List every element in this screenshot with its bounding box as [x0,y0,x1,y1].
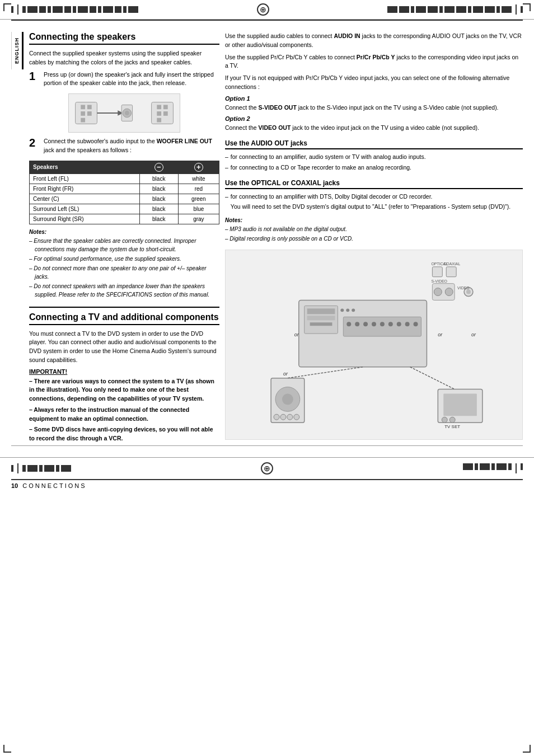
table-cell-minus: black [139,184,178,194]
option2-text: Connect the [225,124,257,131]
table-row: Front Left (FL) black white [30,173,219,184]
svg-rect-20 [307,316,335,320]
connections-label: Connections [22,482,86,489]
section2-intro: You must connect a TV to the DVD system … [29,330,219,365]
compass-icon-bottom: ⊕ [261,462,273,475]
table-cell-minus: black [139,214,178,224]
note2-item: – Digital recording is only possible on … [225,234,523,243]
svg-rect-40 [443,393,477,416]
audio-in-text1: Use the supplied audio cables to connect [225,32,332,39]
step-2-intro: Connect the subwoofer's audio input to t… [44,138,155,144]
table-header-speakers: Speakers [30,161,140,173]
table-row: Surround Right (SR) black gray [30,214,219,224]
svg-point-49 [287,414,293,420]
table-header-plus: + [178,161,219,173]
svg-rect-0 [76,102,97,124]
left-column: Connecting the speakers Connect the supp… [29,21,219,445]
svg-rect-5 [87,111,92,116]
svg-point-42 [449,417,455,422]
optical-coaxial-title: Use the OPTICAL or COAXIAL jacks [225,179,523,189]
svg-rect-59 [432,267,442,277]
svg-text:or: or [438,332,443,337]
svg-rect-25 [343,317,421,336]
prcrpbcby-bold: Pr/Cr Pb/Cb Y [357,54,395,60]
if-no-prcrpbcby: If your TV is not equipped with Pr/Cr Pb… [225,74,523,92]
svg-point-47 [274,414,279,420]
svg-rect-15 [163,105,168,109]
svg-rect-19 [307,308,335,314]
svg-text:or: or [283,371,288,377]
optical-coaxial-item: –for connecting to an amplifier with DTS… [225,192,523,201]
optical-coaxial-item: You will need to set the DVD system's di… [225,203,523,212]
footer-center: ⊕ [71,462,463,475]
notes-list: – Ensure that the speaker cables are cor… [29,237,219,299]
note-item: – For optimal sound performance, use the… [29,255,219,263]
svg-rect-16 [163,111,168,116]
important-items: – There are various ways to connect the … [29,377,219,443]
corner-bottom-right [523,745,531,753]
step-2-text: Connect the subwoofer's audio input to t… [44,137,219,155]
opt-text: for connecting to an amplifier with DTS,… [231,192,433,201]
svg-point-33 [405,322,410,326]
top-bar-right-blocks [387,4,523,15]
svg-text:COAXIAL: COAXIAL [443,262,460,266]
svg-rect-14 [157,118,161,123]
dash-icon [225,203,228,212]
table-cell-speaker: Surround Left (SL) [30,204,140,214]
svg-rect-60 [446,267,456,277]
table-cell-speaker: Front Right (FR) [30,184,140,194]
note-item: – Do not connect more than one speaker t… [29,264,219,281]
notes-title-1: Notes: [29,229,219,235]
important-item: – Always refer to the instruction manual… [29,406,219,424]
step-2: 2 Connect the subwoofer's audio input to… [29,137,219,155]
table-cell-plus: green [178,194,219,204]
section-divider-2 [29,307,219,308]
svg-point-55 [434,288,442,296]
svg-point-48 [280,414,286,420]
option2-para: Connect the VIDEO OUT jack to the video … [225,124,523,133]
dash-icon: – [225,163,228,172]
svg-point-41 [442,417,447,422]
table-cell-plus: blue [178,204,219,214]
table-row: Front Right (FR) black red [30,184,219,194]
audio-out-text: for connecting to a CD or Tape recorder … [231,163,411,172]
audio-out-item: –for connecting to an amplifier, audio s… [225,153,523,162]
svg-text:or: or [294,332,299,337]
option1-text: Connect the [225,104,257,111]
important-item: – Some DVD discs have anti-copying devic… [29,425,219,443]
svg-rect-13 [157,111,161,116]
audio-in-bold: AUDIO IN [334,32,360,39]
top-bar-left-blocks [11,4,138,15]
page-number: 10 [11,482,18,489]
table-row: Center (C) black green [30,194,219,204]
svg-rect-12 [157,105,161,109]
svg-rect-22 [340,308,344,312]
option2-rest: jack to the video input jack on the TV u… [292,124,479,131]
option1-para: Connect the S-VIDEO OUT jack to the S-Vi… [225,104,523,112]
option2-title: Option 2 [225,115,523,122]
svg-text:S-VIDEO: S-VIDEO [431,279,447,283]
table-cell-speaker: Front Left (FL) [30,173,140,184]
dash-icon: – [225,192,228,201]
speaker-illustration [68,93,180,133]
svg-line-52 [288,367,363,378]
table-cell-minus: black [139,194,178,204]
dash-icon: – [225,153,228,162]
svg-point-10 [125,111,129,115]
step-1: 1 Press up (or down) the speaker's jack … [29,71,219,88]
svg-point-31 [388,322,393,326]
svg-line-53 [410,367,455,389]
svg-rect-1 [81,105,85,109]
notes2-list: – MP3 audio is not available on the digi… [225,225,523,243]
table-row: Surround Left (SL) black blue [30,204,219,214]
important-item: – There are various ways to connect the … [29,377,219,403]
section-title-speakers: Connecting the speakers [29,32,219,45]
language-label: English [11,32,24,69]
audio-out-title: Use the AUDIO OUT jacks [225,139,523,149]
step-1-text: Press up (or down) the speaker's jack an… [44,71,219,88]
opt-text: You will need to set the DVD system's di… [231,203,510,212]
option1-title: Option 1 [225,95,523,102]
compass-icon: ⊕ [257,3,269,16]
svg-point-50 [294,414,299,420]
svg-text:or: or [471,332,476,337]
